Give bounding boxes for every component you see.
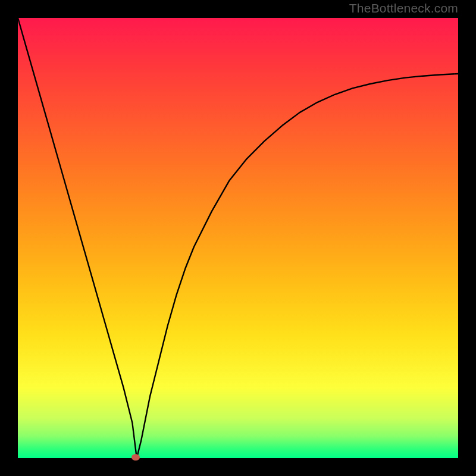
curve-svg xyxy=(18,18,458,458)
minimum-marker xyxy=(131,454,140,461)
watermark-text: TheBottleneck.com xyxy=(349,1,458,15)
bottleneck-curve-path xyxy=(18,18,458,458)
plot-area xyxy=(18,18,458,458)
chart-frame: TheBottleneck.com xyxy=(0,0,476,476)
